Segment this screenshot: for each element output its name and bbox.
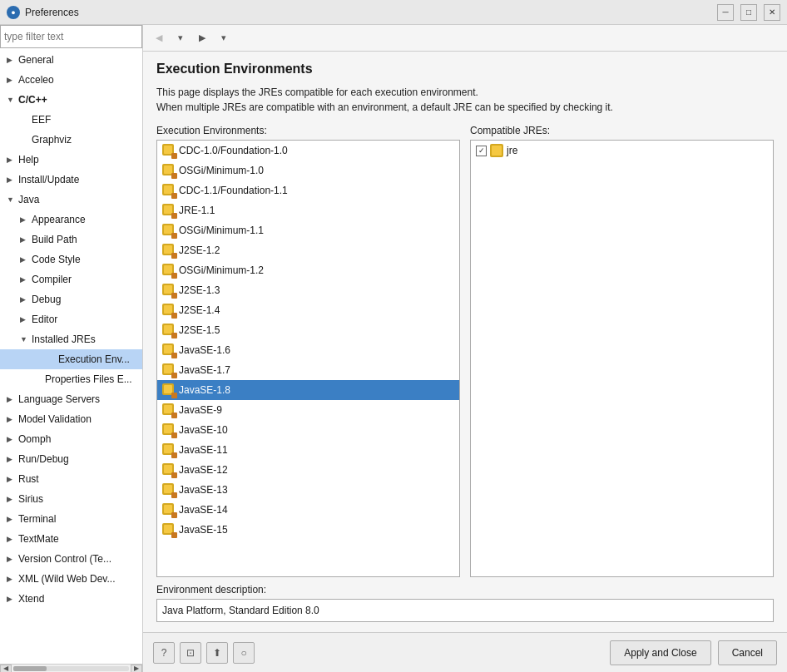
filter-input[interactable] (0, 25, 142, 48)
sidebar-item-general[interactable]: ▶ General (0, 50, 142, 70)
env-list-item[interactable]: JavaSE-1.8 (157, 380, 459, 400)
help-icon-button[interactable]: ? (153, 642, 175, 664)
sidebar-item-version-control[interactable]: ▶ Version Control (Te... (0, 549, 142, 569)
sidebar-item-run-debug[interactable]: ▶ Run/Debug (0, 449, 142, 469)
sidebar-item-rust[interactable]: ▶ Rust (0, 469, 142, 489)
jre-list-section: Compatible JREs: ✓ jre (470, 125, 774, 577)
env-list-item[interactable]: J2SE-1.4 (157, 300, 459, 320)
sidebar-item-compiler[interactable]: ▶ Compiler (0, 269, 142, 289)
env-list-item-label: J2SE-1.4 (179, 302, 220, 319)
arrow-textmate: ▶ (7, 531, 17, 547)
env-list-item-label: J2SE-1.5 (179, 322, 220, 338)
sidebar-item-graphviz[interactable]: Graphviz (0, 130, 142, 150)
label-appearance: Appearance (32, 211, 139, 228)
desc-line2: When multiple JREs are compatible with a… (156, 101, 613, 113)
sidebar-item-properties-files[interactable]: Properties Files E... (0, 369, 142, 389)
env-list-item[interactable]: J2SE-1.3 (157, 280, 459, 300)
app-icon: ● (7, 6, 20, 19)
arrow-general: ▶ (7, 52, 17, 68)
env-list-item[interactable]: OSGi/Minimum-1.1 (157, 220, 459, 240)
minimize-button[interactable]: ─ (717, 4, 734, 21)
env-list-item[interactable]: J2SE-1.5 (157, 320, 459, 340)
sidebar-item-language-servers[interactable]: ▶ Language Servers (0, 389, 142, 409)
env-list-item[interactable]: OSGi/Minimum-1.2 (157, 260, 459, 280)
env-list-item[interactable]: JavaSE-15 (157, 520, 459, 540)
sidebar-item-java[interactable]: ▼ Java (0, 190, 142, 210)
env-list-item-label: JavaSE-15 (179, 521, 228, 538)
sidebar-item-eef[interactable]: EEF (0, 110, 142, 130)
jre-label: jre (507, 142, 517, 159)
import-icon-button[interactable]: ⬆ (206, 642, 228, 664)
env-list-item[interactable]: JavaSE-10 (157, 420, 459, 440)
sidebar-item-acceleo[interactable]: ▶ Acceleo (0, 70, 142, 90)
sidebar-item-installed-jres[interactable]: ▼ Installed JREs (0, 329, 142, 349)
sidebar-item-execution-env[interactable]: Execution Env... (0, 349, 142, 369)
content-area: Execution Environments This page display… (143, 52, 787, 632)
sidebar-scroll-right[interactable]: ▶ (131, 665, 142, 673)
env-list-item[interactable]: JavaSE-13 (157, 480, 459, 500)
sidebar-item-debug[interactable]: ▶ Debug (0, 289, 142, 309)
settings-icon-button[interactable]: ○ (233, 642, 255, 664)
env-list-box[interactable]: CDC-1.0/Foundation-1.0OSGi/Minimum-1.0CD… (156, 140, 460, 577)
env-list-item[interactable]: JRE-1.1 (157, 200, 459, 220)
arrow-xtend: ▶ (7, 590, 17, 607)
sidebar-item-sirius[interactable]: ▶ Sirius (0, 489, 142, 509)
arrow-install-update: ▶ (7, 171, 17, 188)
label-installed-jres: Installed JREs (32, 331, 139, 348)
sidebar-item-xtend[interactable]: ▶ Xtend (0, 589, 142, 609)
label-graphviz: Graphviz (32, 131, 139, 148)
env-list-item-label: J2SE-1.3 (179, 282, 220, 299)
env-list-item[interactable]: CDC-1.1/Foundation-1.1 (157, 180, 459, 200)
sidebar-scroll-left[interactable]: ◀ (0, 665, 12, 673)
maximize-button[interactable]: □ (740, 4, 757, 21)
arrow-model-validation: ▶ (7, 411, 17, 427)
jre-item-jre[interactable]: ✓ jre (471, 141, 773, 161)
env-desc-input[interactable] (156, 599, 774, 622)
export-icon-button[interactable]: ⊡ (180, 642, 201, 664)
env-list-item[interactable]: JavaSE-1.6 (157, 340, 459, 360)
sidebar-item-oomph[interactable]: ▶ Oomph (0, 429, 142, 449)
sidebar-scroll-track[interactable] (13, 666, 129, 671)
arrow-version-control: ▶ (7, 551, 17, 567)
env-list-item[interactable]: JavaSE-9 (157, 400, 459, 420)
env-list-item-label: J2SE-1.2 (179, 242, 220, 259)
env-list-item[interactable]: JavaSE-14 (157, 500, 459, 520)
sidebar-item-help[interactable]: ▶ Help (0, 150, 142, 170)
sidebar-item-editor[interactable]: ▶ Editor (0, 309, 142, 329)
sidebar-h-scrollbar[interactable]: ◀ ▶ (0, 664, 142, 672)
sidebar-item-install-update[interactable]: ▶ Install/Update (0, 170, 142, 190)
nav-back-button[interactable]: ◀ (150, 29, 168, 47)
label-sirius: Sirius (18, 491, 139, 507)
sidebar-tree: ▶ General ▶ Acceleo ▼ C/C++ EEF Graphviz… (0, 48, 142, 664)
label-build-path: Build Path (32, 231, 139, 248)
env-list-item-label: JavaSE-14 (179, 502, 228, 518)
cancel-button[interactable]: Cancel (718, 640, 777, 665)
sidebar: ▶ General ▶ Acceleo ▼ C/C++ EEF Graphviz… (0, 25, 143, 672)
sidebar-item-appearance[interactable]: ▶ Appearance (0, 210, 142, 230)
env-list-item[interactable]: JavaSE-1.7 (157, 360, 459, 380)
sidebar-item-terminal[interactable]: ▶ Terminal (0, 509, 142, 529)
sidebar-item-build-path[interactable]: ▶ Build Path (0, 230, 142, 250)
sidebar-item-model-validation[interactable]: ▶ Model Validation (0, 409, 142, 429)
jre-list-label: Compatible JREs: (470, 125, 774, 136)
arrow-rust: ▶ (7, 471, 17, 487)
nav-back-dropdown[interactable]: ▾ (171, 29, 190, 47)
env-list-item[interactable]: CDC-1.0/Foundation-1.0 (157, 141, 459, 161)
sidebar-item-cpp[interactable]: ▼ C/C++ (0, 90, 142, 110)
desc-line1: This page displays the JREs compatible f… (156, 86, 478, 98)
sidebar-item-code-style[interactable]: ▶ Code Style (0, 250, 142, 269)
title-bar: ● Preferences ─ □ ✕ (0, 0, 787, 25)
nav-forward-dropdown[interactable]: ▾ (215, 29, 233, 47)
jre-checkbox[interactable]: ✓ (476, 146, 487, 156)
env-list-item[interactable]: OSGi/Minimum-1.0 (157, 161, 459, 180)
env-list-item[interactable]: JavaSE-12 (157, 460, 459, 480)
apply-and-close-button[interactable]: Apply and Close (610, 640, 710, 665)
close-button[interactable]: ✕ (764, 4, 780, 21)
sidebar-item-xml-wild-web[interactable]: ▶ XML (Wild Web Dev... (0, 569, 142, 589)
nav-forward-button[interactable]: ▶ (193, 29, 211, 47)
env-list-item[interactable]: J2SE-1.2 (157, 240, 459, 260)
label-code-style: Code Style (32, 251, 139, 268)
env-list-item[interactable]: JavaSE-11 (157, 440, 459, 460)
jre-list-box[interactable]: ✓ jre (470, 140, 774, 577)
sidebar-item-textmate[interactable]: ▶ TextMate (0, 529, 142, 549)
